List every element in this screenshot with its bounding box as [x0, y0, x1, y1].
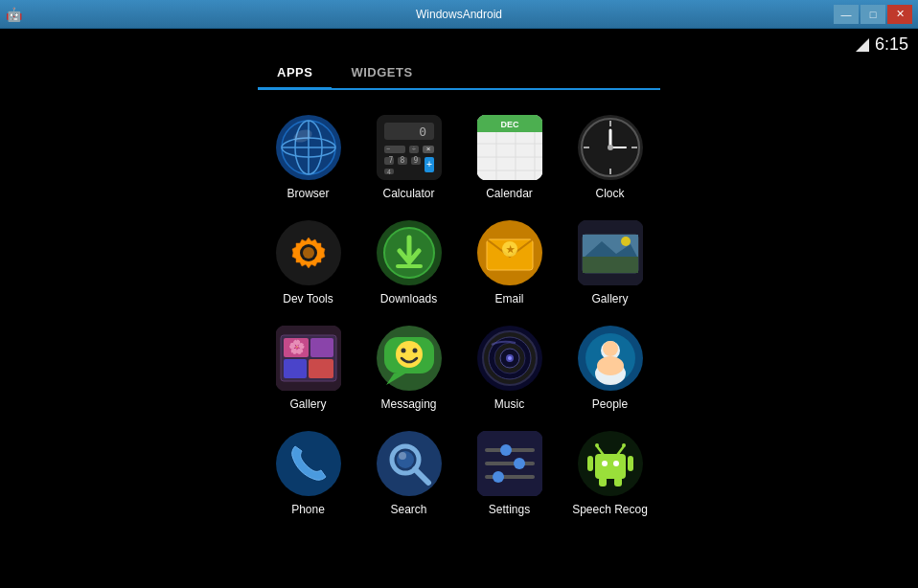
gallery2-label: Gallery	[289, 397, 326, 411]
tab-apps[interactable]: APPS	[258, 57, 332, 90]
svg-text:4: 4	[387, 169, 391, 175]
app-calculator[interactable]: 0 7 8 9 +	[363, 109, 454, 205]
gallery-icon	[577, 219, 644, 286]
svg-text:DEC: DEC	[500, 120, 519, 129]
minimize-button[interactable]: —	[834, 5, 859, 24]
clock-label: Clock	[595, 187, 624, 200]
svg-point-86	[603, 341, 618, 356]
devtools-label: Dev Tools	[283, 292, 333, 305]
downloads-label: Downloads	[380, 292, 437, 305]
svg-text:★: ★	[505, 244, 515, 255]
app-clock[interactable]: Clock	[564, 109, 655, 205]
app-grid: Browser 0	[258, 104, 660, 526]
svg-point-92	[399, 452, 406, 460]
gallery2-icon: 🌸	[275, 325, 342, 392]
svg-point-104	[613, 461, 619, 466]
people-icon	[577, 325, 644, 392]
svg-text:8: 8	[400, 156, 404, 165]
svg-rect-109	[587, 456, 593, 471]
android-screen: 6:15 APPS WIDGETS	[0, 29, 918, 588]
status-bar: 6:15	[846, 29, 918, 60]
svg-point-45	[608, 145, 613, 150]
svg-rect-9	[384, 123, 434, 140]
app-music[interactable]: Music	[464, 320, 555, 416]
svg-text:÷: ÷	[412, 146, 416, 152]
svg-point-98	[514, 458, 525, 469]
svg-text:×: ×	[425, 145, 430, 153]
titlebar-controls: — □ ✕	[834, 5, 912, 24]
close-button[interactable]: ✕	[887, 5, 912, 24]
svg-rect-65	[310, 338, 333, 357]
speechrecog-label: Speech Recog	[572, 503, 648, 516]
app-people[interactable]: People	[564, 320, 655, 416]
svg-point-87	[597, 356, 624, 375]
tab-widgets[interactable]: WIDGETS	[332, 57, 431, 88]
svg-text:+: +	[425, 159, 431, 170]
messaging-label: Messaging	[380, 397, 436, 411]
titlebar-title: WindowsAndroid	[416, 8, 502, 21]
svg-rect-110	[628, 456, 633, 471]
svg-point-60	[621, 237, 631, 246]
svg-rect-102	[595, 454, 626, 479]
email-label: Email	[494, 292, 523, 305]
app-speech-recog[interactable]: Speech Recog	[564, 425, 655, 521]
titlebar: 🤖 WindowsAndroid — □ ✕	[0, 0, 918, 29]
svg-text:−: −	[385, 146, 389, 152]
app-calendar[interactable]: DEC Calendar	[464, 109, 555, 205]
svg-text:9: 9	[413, 156, 418, 165]
calendar-icon: DEC	[476, 114, 543, 181]
svg-point-72	[396, 341, 423, 368]
svg-text:0: 0	[419, 124, 426, 139]
svg-text:🌸: 🌸	[287, 339, 305, 355]
search-icon	[376, 430, 443, 497]
browser-label: Browser	[287, 187, 329, 200]
svg-rect-66	[284, 359, 307, 378]
app-email[interactable]: ★ Email	[464, 215, 555, 310]
app-phone[interactable]: Phone	[263, 425, 354, 521]
app-settings[interactable]: Settings	[464, 425, 555, 521]
svg-rect-111	[599, 477, 607, 486]
music-icon	[476, 325, 543, 392]
svg-point-100	[493, 471, 504, 483]
svg-text:7: 7	[388, 156, 393, 165]
signal-icon	[856, 38, 869, 52]
app-icon: 🤖	[6, 7, 22, 22]
email-icon: ★	[476, 219, 543, 286]
app-gallery2[interactable]: 🌸 Gallery	[263, 320, 354, 416]
app-drawer: APPS WIDGETS	[258, 57, 660, 526]
search-label: Search	[390, 503, 426, 516]
settings-label: Settings	[489, 503, 530, 516]
settings-icon	[476, 430, 543, 497]
gallery-label: Gallery	[591, 292, 628, 305]
svg-point-108	[622, 443, 626, 447]
svg-point-81	[508, 356, 512, 360]
speechrecog-icon	[577, 430, 644, 497]
calculator-label: Calculator	[382, 187, 434, 200]
svg-point-48	[303, 247, 314, 259]
tabs-container: APPS WIDGETS	[258, 57, 660, 90]
calendar-label: Calendar	[486, 187, 533, 200]
svg-point-106	[595, 443, 599, 447]
people-label: People	[592, 397, 628, 411]
app-downloads[interactable]: Downloads	[363, 215, 454, 310]
phone-label: Phone	[291, 503, 325, 516]
messaging-icon	[376, 325, 443, 392]
app-search[interactable]: Search	[363, 425, 454, 521]
app-devtools[interactable]: Dev Tools	[263, 215, 354, 310]
titlebar-left: 🤖	[6, 7, 22, 22]
svg-point-73	[401, 349, 405, 353]
calculator-icon: 0 7 8 9 +	[376, 114, 443, 181]
phone-icon	[275, 430, 342, 497]
svg-point-96	[500, 444, 512, 456]
svg-rect-112	[614, 477, 622, 486]
svg-rect-61	[583, 257, 638, 273]
app-browser[interactable]: Browser	[263, 109, 354, 205]
svg-marker-0	[856, 38, 869, 52]
maximize-button[interactable]: □	[861, 5, 885, 24]
music-label: Music	[494, 397, 524, 411]
svg-point-74	[412, 349, 417, 353]
svg-point-103	[602, 461, 608, 466]
devtools-icon	[275, 219, 342, 286]
app-gallery[interactable]: Gallery	[564, 215, 655, 310]
app-messaging[interactable]: Messaging	[363, 320, 454, 416]
